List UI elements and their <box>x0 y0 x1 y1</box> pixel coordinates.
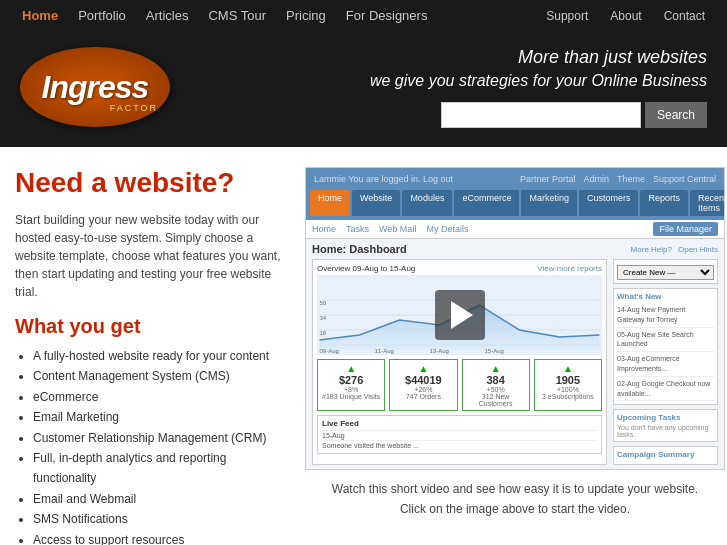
upcoming-empty: You don't have any upcoming tasks. <box>617 424 714 438</box>
video-caption-line1: Watch this short video and see how easy … <box>332 480 698 499</box>
search-input[interactable] <box>441 102 641 128</box>
console-nav-customers[interactable]: Customers <box>579 190 639 216</box>
chart-area[interactable]: 09-Aug 11-Aug 13-Aug 15-Aug 50 34 18 <box>317 275 602 355</box>
search-button[interactable]: Search <box>645 102 707 128</box>
whats-new-title: What's New <box>617 292 714 301</box>
partner-portal-link[interactable]: Partner Portal <box>520 174 576 184</box>
svg-text:15-Aug: 15-Aug <box>485 348 504 354</box>
console-top-bar: Lammie You are logged in. Log out Partne… <box>306 168 724 190</box>
console-recent-items[interactable]: Recent Items <box>690 190 725 216</box>
subscriptions-arrow: ▲ <box>539 363 597 374</box>
svg-text:13-Aug: 13-Aug <box>430 348 449 354</box>
list-item: SMS Notifications <box>33 509 285 529</box>
livefeed-date: 15-Aug <box>322 430 597 440</box>
admin-link[interactable]: Admin <box>583 174 609 184</box>
visits-value: $276 <box>322 374 380 386</box>
upcoming-tasks-box: Upcoming Tasks You don't have any upcomi… <box>613 409 718 442</box>
visits-label: #183 Unique Visits <box>322 393 380 400</box>
console-top-links: Partner Portal Admin Theme Support Centr… <box>520 174 716 184</box>
tagline-2: we give you strategies for your Online B… <box>370 72 707 90</box>
logo: Ingress FACTOR <box>20 47 170 127</box>
left-column: Need a website? Start building your new … <box>15 167 285 545</box>
main-content: Need a website? Start building your new … <box>0 147 727 545</box>
header-right: More than just websites we give you stra… <box>175 47 712 128</box>
subnav-tasks[interactable]: Tasks <box>346 224 369 234</box>
nav-cms-tour[interactable]: CMS Tour <box>198 0 276 32</box>
console-center: View more reports Overview 09-Aug to 15-… <box>312 259 607 465</box>
stat-subscriptions: ▲ 1905 +100% 3 eSubscriptions <box>534 359 602 411</box>
console-nav-ecommerce[interactable]: eCommerce <box>454 190 519 216</box>
svg-text:50: 50 <box>320 300 327 306</box>
console-main-area: View more reports Overview 09-Aug to 15-… <box>312 259 718 465</box>
play-button[interactable] <box>435 290 485 340</box>
svg-text:18: 18 <box>320 330 327 336</box>
nav-pricing[interactable]: Pricing <box>276 0 336 32</box>
list-item: Email Marketing <box>33 407 285 427</box>
subnav-mydetails[interactable]: My Details <box>426 224 468 234</box>
subscriptions-label: 3 eSubscriptions <box>539 393 597 400</box>
nav-home[interactable]: Home <box>12 0 68 32</box>
console-nav: Home Website Modules eCommerce Marketing… <box>306 190 724 220</box>
list-item: Email and Webmail <box>33 489 285 509</box>
revenue-change: +26% <box>394 386 452 393</box>
whats-new-item: 02-Aug Google Checkout now available... <box>617 377 714 402</box>
console-help-links: More Help? Open Hints <box>631 245 718 254</box>
logo-subtext: FACTOR <box>110 103 158 113</box>
visits-arrow: ▲ <box>322 363 380 374</box>
console-title: Home: Dashboard <box>312 243 407 255</box>
nav-about[interactable]: About <box>600 0 651 32</box>
nav-for-designers[interactable]: For Designers <box>336 0 438 32</box>
console-nav-marketing[interactable]: Marketing <box>521 190 577 216</box>
nav-right: Support About Contact <box>536 0 715 32</box>
svg-text:09-Aug: 09-Aug <box>320 348 339 354</box>
video-caption-line2: Click on the image above to start the vi… <box>332 500 698 519</box>
whats-new-item: 14-Aug New Payment Gateway for Torney <box>617 303 714 328</box>
stat-visits: ▲ $276 +8% #183 Unique Visits <box>317 359 385 411</box>
theme-link[interactable]: Theme <box>617 174 645 184</box>
subscriptions-change: +100% <box>539 386 597 393</box>
subnav-home[interactable]: Home <box>312 224 336 234</box>
whats-new-item: 05-Aug New Site Search Launched <box>617 328 714 353</box>
nav-contact[interactable]: Contact <box>654 0 715 32</box>
subnav-webmail[interactable]: Web Mail <box>379 224 416 234</box>
stat-revenue: ▲ $44019 +26% 747 Orders <box>389 359 457 411</box>
nav-portfolio[interactable]: Portfolio <box>68 0 136 32</box>
console-nav-reports[interactable]: Reports <box>640 190 688 216</box>
nav-support[interactable]: Support <box>536 0 598 32</box>
revenue-arrow: ▲ <box>394 363 452 374</box>
more-help-link[interactable]: More Help? <box>631 245 672 254</box>
file-manager-button[interactable]: File Manager <box>653 222 718 236</box>
logo-text: Ingress <box>42 69 149 106</box>
livefeed-row: Someone visited the website ... <box>322 440 597 450</box>
support-link[interactable]: Support Central <box>653 174 716 184</box>
console-nav-website[interactable]: Website <box>352 190 400 216</box>
customers-change: +50% <box>467 386 525 393</box>
revenue-value: $44019 <box>394 374 452 386</box>
main-headline: Need a website? <box>15 167 285 199</box>
intro-text: Start building your new website today wi… <box>15 211 285 301</box>
svg-text:34: 34 <box>320 315 327 321</box>
visits-change: +8% <box>322 386 380 393</box>
customers-label: 312 New Customers <box>467 393 525 407</box>
view-more[interactable]: View more reports <box>537 264 602 273</box>
livefeed-title: Live Feed <box>322 419 597 428</box>
tagline-1: More than just websites <box>518 47 707 68</box>
console-nav-home[interactable]: Home <box>310 190 350 216</box>
create-new-box: Create New — <box>613 259 718 284</box>
console-right-sidebar: Create New — What's New 14-Aug New Payme… <box>613 259 718 465</box>
video-caption: Watch this short video and see how easy … <box>332 480 698 518</box>
whats-new-item: 03-Aug eCommerce Improvements... <box>617 352 714 377</box>
logo-container: Ingress FACTOR <box>15 42 175 132</box>
livefeed: Live Feed 15-Aug Someone visited the web… <box>317 415 602 454</box>
revenue-label: 747 Orders <box>394 393 452 400</box>
create-new-select[interactable]: Create New — <box>617 265 714 280</box>
console-nav-modules[interactable]: Modules <box>402 190 452 216</box>
right-column: Lammie You are logged in. Log out Partne… <box>305 167 725 545</box>
stats-row: ▲ $276 +8% #183 Unique Visits ▲ $44019 +… <box>317 359 602 411</box>
chart-title-text: Overview 09-Aug to 15-Aug <box>317 264 415 273</box>
main-nav: Home Portfolio Articles CMS Tour Pricing… <box>0 0 727 32</box>
open-hints-link[interactable]: Open Hints <box>678 245 718 254</box>
nav-articles[interactable]: Articles <box>136 0 199 32</box>
stat-customers: ▲ 384 +50% 312 New Customers <box>462 359 530 411</box>
console-mockup: Lammie You are logged in. Log out Partne… <box>305 167 725 470</box>
